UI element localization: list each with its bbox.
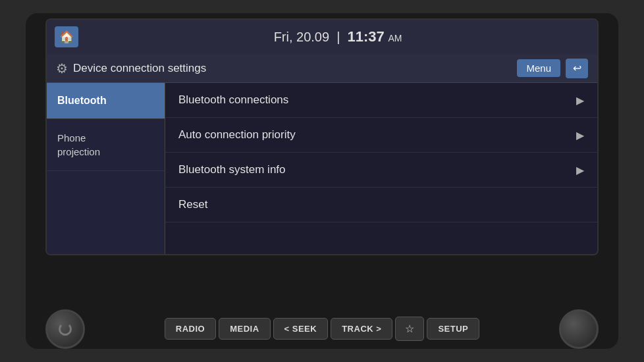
favorite-button[interactable]: ☆ — [395, 317, 424, 341]
time-text: 11:37 — [348, 28, 385, 45]
setup-button[interactable]: SETUP — [427, 318, 479, 340]
menu-list: Bluetooth connections ▶ Auto connection … — [165, 83, 597, 254]
sidebar-item-bluetooth[interactable]: Bluetooth — [47, 83, 165, 119]
menu-button[interactable]: Menu — [517, 59, 560, 77]
top-bar: 🏠 Fri, 20.09 | 11:37 AM — [47, 20, 597, 54]
settings-icon: ⚙ — [56, 61, 68, 76]
content-area: Bluetooth Phoneprojection Bluetooth conn… — [47, 83, 597, 254]
left-sidebar: Bluetooth Phoneprojection — [47, 83, 165, 254]
menu-item-bluetooth-connections[interactable]: Bluetooth connections ▶ — [165, 83, 597, 118]
datetime-display: Fri, 20.09 | 11:37 AM — [86, 28, 589, 45]
menu-item-label: Reset — [178, 198, 207, 211]
menu-item-label: Bluetooth connections — [178, 93, 288, 107]
home-button[interactable]: 🏠 — [55, 26, 78, 47]
chevron-right-icon: ▶ — [576, 164, 584, 176]
sidebar-item-phone-projection[interactable]: Phoneprojection — [47, 119, 165, 171]
track-forward-button[interactable]: TRACK > — [331, 318, 392, 340]
ampm-text: AM — [388, 33, 402, 43]
seek-back-button[interactable]: < SEEK — [273, 318, 329, 340]
home-icon: 🏠 — [59, 30, 74, 44]
power-icon — [59, 323, 72, 336]
menu-item-label: Bluetooth system info — [178, 163, 286, 176]
menu-item-auto-connection-priority[interactable]: Auto connection priority ▶ — [165, 118, 597, 153]
power-knob[interactable] — [45, 309, 85, 349]
chevron-right-icon: ▶ — [576, 129, 584, 142]
menu-item-reset[interactable]: Reset — [165, 188, 597, 222]
display-screen: 🏠 Fri, 20.09 | 11:37 AM ⚙ Device connect… — [45, 18, 599, 255]
button-row: RADIO MEDIA < SEEK TRACK > ☆ SETUP — [165, 317, 479, 341]
back-button[interactable]: ↩ — [566, 59, 588, 78]
title-bar: ⚙ Device connection settings Menu ↩ — [47, 54, 597, 83]
volume-knob[interactable] — [559, 309, 599, 349]
menu-item-bluetooth-system-info[interactable]: Bluetooth system info ▶ — [165, 153, 597, 188]
date-text: Fri, 20.09 — [274, 30, 329, 44]
bottom-controls: RADIO MEDIA < SEEK TRACK > ☆ SETUP — [32, 313, 612, 344]
menu-item-label: Auto connection priority — [178, 128, 296, 142]
radio-button[interactable]: RADIO — [165, 318, 216, 340]
chevron-right-icon: ▶ — [576, 94, 584, 107]
car-infotainment-unit: 🏠 Fri, 20.09 | 11:37 AM ⚙ Device connect… — [26, 13, 618, 349]
page-title: Device connection settings — [73, 62, 512, 75]
media-button[interactable]: MEDIA — [219, 318, 270, 340]
